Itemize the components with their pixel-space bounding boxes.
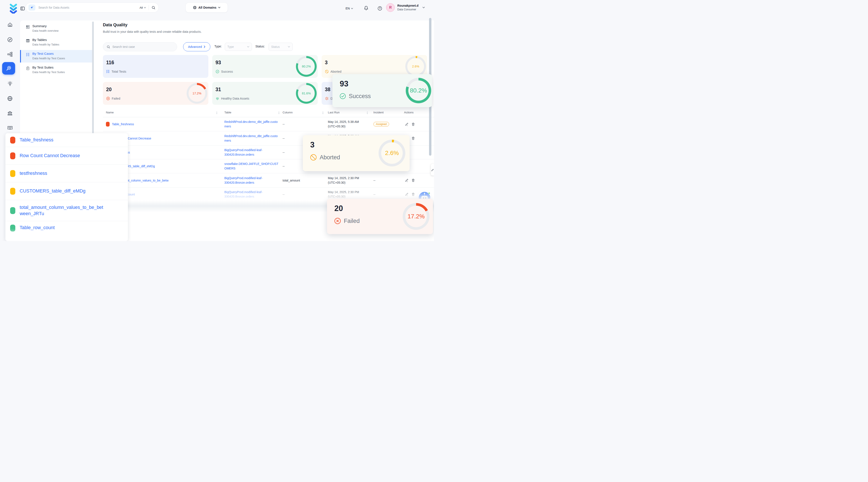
notifications-button[interactable]: [364, 6, 369, 11]
sidebar-item-label: Summary: [32, 24, 46, 28]
test-case-link[interactable]: testfreshness: [20, 170, 47, 176]
data-quality-magnifier-eye-icon: [6, 65, 12, 71]
last-run-value: May 14, 2025, 2:30 PM (UTC+05:30): [328, 176, 366, 185]
all-domains-label: All Domains: [198, 6, 217, 9]
delete-button[interactable]: [411, 193, 415, 196]
nav-governance[interactable]: [6, 109, 14, 117]
column-header-name[interactable]: Name: [106, 111, 114, 114]
sort-icon[interactable]: [216, 111, 218, 114]
table-row: total_amount_column_values_to_be_betw Bi…: [103, 173, 434, 188]
failed-donut: 17.2%: [187, 83, 207, 104]
lightbulb-insights-icon: [7, 81, 13, 87]
test-case-link[interactable]: Table_row_count: [20, 225, 55, 231]
language-dropdown[interactable]: EN: [346, 7, 353, 10]
checklist-icon: [26, 53, 30, 57]
card-failed[interactable]: 20 Failed 17.2%: [103, 82, 208, 105]
delete-button[interactable]: [411, 123, 415, 126]
home-icon: [7, 22, 13, 27]
user-role: Data Consumer: [397, 8, 418, 11]
card-healthy-data-assets[interactable]: 31 Healthy Data Assets 81.6%: [212, 82, 318, 105]
aborted-donut: 2.6%: [405, 56, 426, 77]
edit-button[interactable]: [405, 179, 408, 182]
sort-icon[interactable]: [278, 111, 280, 114]
table-link[interactable]: RedshiftProd.dev.demo_dbt_jaffle.custome…: [224, 120, 279, 129]
card-total-tests[interactable]: 116 Total Tests: [103, 55, 208, 78]
chevron-right-icon: [204, 45, 205, 48]
nav-domains[interactable]: [6, 95, 14, 102]
table-link[interactable]: BigQueryProd.modified-leaf-: [224, 204, 262, 209]
status-dot: [10, 170, 15, 177]
burst-icon: [325, 97, 329, 100]
table-link[interactable]: snowflake.DEMO.JAFFLE_SHOP.CUSTOMERS: [224, 162, 279, 171]
sidebar-item-by-tables[interactable]: By Tables Data health by Tables: [20, 36, 92, 49]
table-row: Table_freshness RedshiftProd.dev.demo_db…: [103, 117, 434, 131]
card-label: Aborted: [331, 70, 341, 73]
test-case-link[interactable]: Table_freshness: [112, 123, 134, 126]
search-scope-dropdown[interactable]: All: [140, 6, 146, 9]
card-value: 3: [325, 60, 328, 66]
bank-icon: [7, 110, 13, 116]
type-filter-select[interactable]: Type: [225, 43, 252, 51]
status-dot: [10, 137, 15, 143]
test-case-link[interactable]: CUSTOMERS_table_diff_eMDg: [20, 188, 86, 194]
bell-icon: [364, 6, 369, 11]
column-header-table[interactable]: Table: [224, 111, 231, 114]
nav-lineage[interactable]: [6, 51, 14, 58]
card-value: 3: [310, 140, 314, 150]
delete-button[interactable]: [411, 179, 415, 182]
test-case-link[interactable]: Row Count Cannot Decrease: [20, 153, 80, 159]
nav-home[interactable]: [6, 21, 14, 28]
sidebar-collapse-button[interactable]: [20, 6, 25, 11]
app-logo[interactable]: [9, 4, 18, 13]
all-domains-dropdown[interactable]: All Domains: [186, 3, 228, 12]
sort-icon[interactable]: [322, 111, 324, 114]
language-label: EN: [346, 7, 350, 10]
sidebar-item-by-test-suites[interactable]: By Test Suites Data health by Test Suite…: [20, 64, 92, 76]
test-case-search-input[interactable]: [113, 45, 177, 49]
nav-data-quality[interactable]: [2, 62, 15, 74]
nav-glossary[interactable]: [6, 124, 14, 132]
edit-button[interactable]: [405, 193, 408, 196]
column-header-column[interactable]: Column: [283, 111, 293, 114]
status-filter-select[interactable]: Status: [269, 43, 293, 51]
column-header-last-run[interactable]: Last Run: [328, 111, 340, 114]
user-menu[interactable]: R Rounakpreet.d Data Consumer: [386, 3, 425, 12]
global-search-input[interactable]: [38, 6, 140, 9]
nav-insights[interactable]: [6, 80, 14, 88]
check-circle-icon: [216, 70, 219, 73]
table-link[interactable]: BigQueryProd.modified-leaf-330420.Bronze…: [224, 176, 279, 185]
globe-icon: [7, 96, 13, 101]
test-case-link[interactable]: total_amount_column_values_to_be_between…: [20, 204, 106, 217]
edit-button[interactable]: [405, 123, 408, 126]
logo-chevrons-icon: [9, 4, 18, 13]
panel-toggle-icon: [20, 6, 25, 11]
incident-badge: Assigned: [373, 122, 389, 127]
test-case-link[interactable]: Table_freshness: [20, 137, 54, 143]
table-link[interactable]: BigQueryProd.modified-leaf-330420.Bronze…: [224, 190, 279, 199]
card-value: 31: [216, 87, 221, 93]
advanced-filter-button[interactable]: Advanced: [183, 42, 210, 51]
sidebar-scrollbar[interactable]: [92, 22, 94, 133]
aborted-donut: 2.6%: [378, 140, 405, 166]
sort-icon[interactable]: [367, 111, 368, 114]
table-link[interactable]: BigQueryProd.modified-leaf-330420.Bronze…: [224, 148, 279, 157]
global-search[interactable]: All: [26, 3, 159, 12]
heart-pulse-icon: [216, 97, 219, 100]
test-case-search[interactable]: [103, 42, 177, 51]
sidebar-item-summary[interactable]: Summary Data health overview: [20, 23, 92, 35]
overlay-name-row: Table_row_count: [5, 221, 128, 241]
card-success[interactable]: 93 Success 80.2%: [212, 55, 318, 78]
sidebar-item-label: By Test Suites: [32, 66, 54, 69]
sidebar-item-by-test-cases[interactable]: By Test Cases Data health by Test Cases: [20, 50, 92, 63]
delete-button[interactable]: [411, 136, 415, 140]
ai-sparkle-icon[interactable]: [29, 4, 35, 10]
card-value: 116: [106, 60, 114, 66]
search-submit-icon[interactable]: [151, 6, 156, 10]
side-tool-tab[interactable]: [431, 164, 434, 175]
slash-circle-icon: [325, 70, 329, 73]
column-header-actions: Actions: [404, 111, 413, 114]
sidebar-item-label: By Tables: [32, 38, 47, 42]
table-link[interactable]: RedshiftProd.dev.demo_dbt_jaffle.custome…: [224, 134, 279, 143]
nav-explore[interactable]: [6, 36, 14, 43]
help-button[interactable]: ?: [377, 6, 382, 11]
